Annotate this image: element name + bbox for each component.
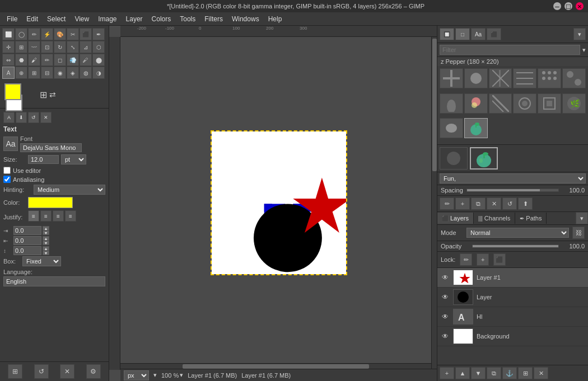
tool-mypaint[interactable]: ⬤ (92, 54, 105, 66)
menu-edit[interactable]: Edit (22, 14, 43, 24)
menu-help[interactable]: Help (264, 14, 287, 24)
tool-rotate[interactable]: ↻ (54, 41, 66, 53)
menu-windows[interactable]: Windows (227, 14, 264, 24)
opacity-bar[interactable] (472, 244, 559, 248)
menu-select[interactable]: Select (43, 14, 70, 24)
menu-filters[interactable]: Filters (200, 14, 227, 24)
color-reset-icon[interactable]: ⊞ (40, 90, 47, 100)
tool-scale[interactable]: ⤡ (67, 41, 79, 53)
tool-move[interactable]: ✛ (2, 41, 15, 53)
options-reset-icon[interactable]: ↺ (28, 112, 39, 123)
mode-select[interactable]: NormalMultiplyScreen (466, 228, 569, 238)
tool-pencil[interactable]: ✏ (41, 54, 53, 66)
unit-select[interactable]: pxmmpt (124, 370, 149, 380)
layer-row-2[interactable]: 👁 Layer (437, 288, 588, 307)
tool-dodge[interactable]: ◑ (92, 67, 105, 79)
menu-image[interactable]: Image (94, 14, 121, 24)
brush-cell-4[interactable] (513, 68, 536, 88)
delete-layer-button[interactable]: ✕ (534, 367, 548, 379)
tool-perspective[interactable]: ⬡ (92, 41, 105, 53)
layers-menu-button[interactable]: ▾ (576, 212, 588, 224)
indent-down-2[interactable]: ▼ (43, 241, 49, 245)
tool-flip[interactable]: ⇔ (2, 54, 15, 66)
duplicate-layer-button[interactable]: ⧉ (487, 367, 501, 379)
chain-button[interactable]: ⛓ (572, 227, 585, 239)
brush-cell-14-apple[interactable] (464, 118, 488, 138)
color-swap-icon[interactable]: ⇄ (49, 90, 56, 99)
unit-arrow-icon[interactable]: ▾ (153, 371, 157, 379)
brush-menu-button[interactable]: ▾ (573, 28, 586, 40)
antialiasing-checkbox[interactable] (3, 176, 11, 183)
brush-cell-5[interactable] (538, 68, 561, 88)
justify-left-button[interactable]: ≡ (28, 210, 39, 222)
brush-refresh-button[interactable]: ↺ (502, 197, 517, 210)
configure-button[interactable]: ⚙ (86, 364, 101, 379)
tool-sharpen[interactable]: ◈ (67, 67, 79, 79)
tool-warp[interactable]: 〰 (28, 41, 40, 53)
indent-down-3[interactable]: ▼ (43, 251, 49, 255)
tool-clone[interactable]: ⊕ (15, 67, 27, 79)
filter-input[interactable] (440, 45, 580, 55)
text-color-swatch[interactable] (28, 197, 73, 208)
vertical-scroll-thumb[interactable] (432, 39, 437, 171)
tool-smudge[interactable]: ◍ (80, 67, 92, 79)
tool-ink[interactable]: 🖋 (80, 54, 92, 66)
indent-input-1[interactable] (13, 226, 41, 235)
tool-crop[interactable]: ⊡ (41, 41, 53, 53)
tool-align[interactable]: ⊞ (15, 41, 27, 53)
options-delete-icon[interactable]: ✕ (40, 112, 52, 123)
canvas-image[interactable] (212, 131, 346, 274)
tab-layers[interactable]: ⬛ Layers (437, 213, 474, 224)
menu-file[interactable]: File (2, 14, 22, 24)
layer-row-hl[interactable]: 👁 A Hl (437, 307, 588, 327)
tool-rectangle[interactable]: ⬜ (2, 28, 15, 40)
brush-cell-7[interactable] (440, 93, 463, 114)
brush-delete-button[interactable]: ✕ (487, 197, 501, 210)
brush-patterns-tab[interactable]: 🔲 (440, 28, 454, 40)
tab-paths[interactable]: ✒ Paths (515, 213, 547, 224)
brush-duplicate-button[interactable]: ⧉ (471, 197, 486, 210)
brush-cell-13[interactable] (440, 118, 463, 138)
spacing-bar[interactable] (466, 189, 559, 192)
horizontal-scrollbar[interactable] (120, 363, 431, 369)
zoom-arrow-icon[interactable]: ▾ (180, 371, 183, 379)
use-editor-checkbox[interactable] (3, 167, 11, 174)
lower-layer-button[interactable]: ▼ (471, 367, 486, 379)
filter-arrow-icon[interactable]: ▾ (582, 46, 586, 54)
tool-paths[interactable]: ✒ (92, 28, 105, 40)
tool-eraser[interactable]: ◻ (54, 54, 66, 66)
tool-select-by-color[interactable]: 🎨 (54, 28, 66, 40)
layer-row-bg[interactable]: 👁 Background (437, 327, 588, 346)
delete-button[interactable]: ✕ (60, 364, 74, 379)
canvas-container[interactable] (120, 37, 437, 369)
merge-layer-button[interactable]: ⊞ (518, 367, 533, 379)
tool-shear[interactable]: ⊿ (80, 41, 92, 53)
anchor-layer-button[interactable]: ⚓ (502, 367, 517, 379)
justify-right-button[interactable]: ≡ (53, 210, 64, 222)
tool-free-select[interactable]: ✏ (28, 28, 40, 40)
box-select[interactable]: FixedDynamic (22, 256, 61, 266)
tool-text[interactable]: A (2, 67, 15, 79)
raise-layer-button[interactable]: ▲ (455, 367, 470, 379)
brush-edit-button[interactable]: ✏ (440, 197, 454, 210)
fg-color-swatch[interactable] (4, 83, 21, 100)
brush-preview-thumb-2-selected[interactable] (470, 147, 498, 170)
lock-alpha-button[interactable]: ⬛ (493, 253, 506, 266)
indent-up-2[interactable]: ▲ (43, 236, 49, 241)
tab-channels[interactable]: ||| Channels (474, 213, 515, 224)
horizontal-scroll-thumb[interactable] (183, 364, 369, 369)
menu-tools[interactable]: Tools (175, 14, 200, 24)
tool-foreground[interactable]: ⬛ (80, 28, 92, 40)
hinting-select[interactable]: MediumNoneSlightFull (34, 185, 105, 195)
menu-layer[interactable]: Layer (122, 14, 147, 24)
brush-cell-9[interactable] (489, 93, 512, 114)
new-image-button[interactable]: ⊞ (8, 364, 22, 379)
brush-export-button[interactable]: ⬆ (518, 197, 533, 210)
brush-cell-8[interactable] (464, 93, 488, 114)
lock-position-button[interactable]: + (477, 253, 489, 266)
justify-fill-button[interactable]: ≡ (65, 210, 76, 222)
brush-cell-2[interactable] (464, 68, 488, 88)
options-save-icon[interactable]: ⬇ (16, 112, 27, 123)
font-name-input[interactable] (20, 143, 82, 152)
brush-cell-10[interactable] (513, 93, 536, 114)
